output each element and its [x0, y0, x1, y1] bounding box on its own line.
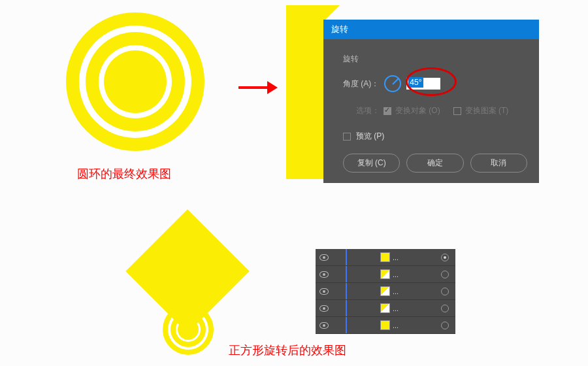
angle-dial[interactable] [384, 75, 401, 92]
layers-panel: ... ... ... ... ... [316, 249, 455, 334]
rings-figure [65, 12, 205, 152]
transform-pattern-label: 变换图案 (T) [465, 105, 509, 116]
arrow-icon [238, 81, 278, 94]
visibility-icon[interactable] [319, 305, 329, 312]
yellow-backdrop-corner [325, 5, 340, 20]
layer-label: ... [393, 322, 441, 329]
transform-pattern-checkbox[interactable] [453, 107, 461, 115]
svg-point-4 [104, 50, 167, 113]
target-icon[interactable] [441, 305, 449, 312]
visibility-icon[interactable] [319, 271, 329, 278]
layer-row[interactable]: ... [316, 249, 455, 266]
layer-label: ... [393, 305, 441, 312]
visibility-icon[interactable] [319, 322, 329, 329]
cancel-button[interactable]: 取消 [470, 154, 527, 173]
layer-row[interactable]: ... [316, 317, 455, 334]
preview-label: 预览 (P) [356, 131, 384, 142]
dialog-title: 旋转 [323, 20, 539, 39]
target-icon[interactable] [441, 288, 449, 295]
layer-label: ... [393, 288, 441, 295]
rotate-group-label: 旋转 [343, 54, 527, 65]
layer-thumbnail [380, 252, 390, 262]
transform-object-label: 变换对象 (O) [395, 105, 440, 116]
ok-button[interactable]: 确定 [406, 154, 463, 173]
layer-thumbnail [380, 320, 390, 330]
options-label: 选项： [356, 105, 380, 116]
angle-label: 角度 (A)： [343, 78, 379, 90]
diamond-figure [136, 209, 240, 340]
layer-row[interactable]: ... [316, 283, 455, 300]
visibility-icon[interactable] [319, 288, 329, 295]
preview-checkbox[interactable] [343, 133, 351, 141]
rotated-square [125, 209, 250, 333]
target-icon[interactable] [441, 271, 449, 278]
yellow-backdrop [286, 5, 325, 179]
layer-row[interactable]: ... [316, 266, 455, 283]
angle-input[interactable]: 45° [406, 78, 440, 90]
layer-thumbnail [380, 286, 390, 296]
layer-thumbnail [380, 303, 390, 313]
copy-button[interactable]: 复制 (C) [343, 154, 400, 173]
diamond-caption: 正方形旋转后的效果图 [229, 342, 346, 358]
layer-label: ... [393, 271, 441, 278]
transform-object-checkbox[interactable] [384, 107, 391, 115]
layer-thumbnail [380, 269, 390, 279]
layer-label: ... [393, 254, 441, 261]
visibility-icon[interactable] [319, 254, 329, 261]
target-icon[interactable] [441, 322, 449, 329]
target-icon[interactable] [441, 254, 449, 261]
rotate-dialog: 旋转 旋转 角度 (A)： 45° 选项： 变换对象 (O) 变换图案 (T) … [323, 20, 539, 183]
layer-row[interactable]: ... [316, 300, 455, 317]
rings-caption: 圆环的最终效果图 [77, 166, 171, 182]
